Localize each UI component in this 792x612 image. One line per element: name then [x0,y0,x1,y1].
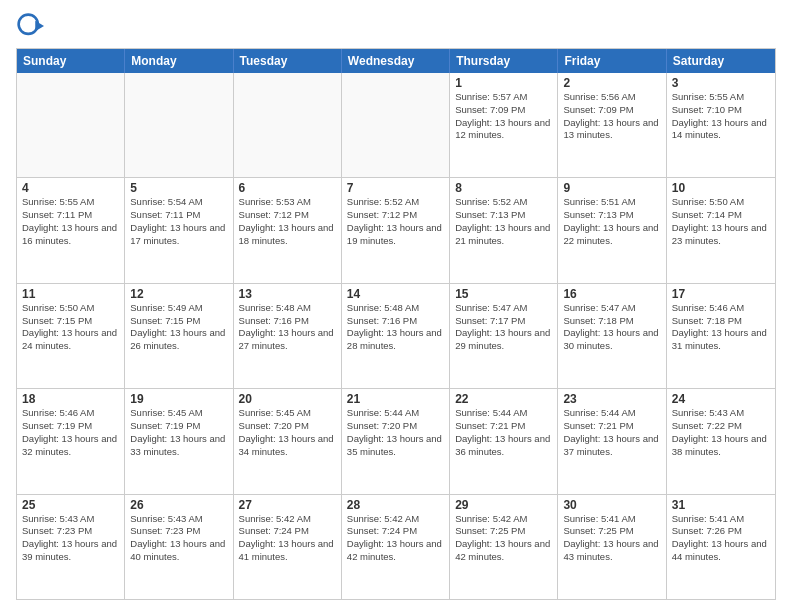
calendar-cell: 24Sunrise: 5:43 AMSunset: 7:22 PMDayligh… [667,389,775,493]
day-number: 10 [672,181,770,195]
calendar-week-1: 1Sunrise: 5:57 AMSunset: 7:09 PMDaylight… [17,73,775,177]
calendar-cell: 21Sunrise: 5:44 AMSunset: 7:20 PMDayligh… [342,389,450,493]
calendar-week-2: 4Sunrise: 5:55 AMSunset: 7:11 PMDaylight… [17,177,775,282]
logo-icon [16,12,44,40]
day-number: 12 [130,287,227,301]
day-info: Sunrise: 5:42 AMSunset: 7:24 PMDaylight:… [347,513,444,564]
calendar-body: 1Sunrise: 5:57 AMSunset: 7:09 PMDaylight… [17,73,775,599]
calendar-cell: 6Sunrise: 5:53 AMSunset: 7:12 PMDaylight… [234,178,342,282]
header-day-tuesday: Tuesday [234,49,342,73]
day-number: 28 [347,498,444,512]
calendar-cell: 7Sunrise: 5:52 AMSunset: 7:12 PMDaylight… [342,178,450,282]
calendar-cell: 12Sunrise: 5:49 AMSunset: 7:15 PMDayligh… [125,284,233,388]
day-info: Sunrise: 5:44 AMSunset: 7:21 PMDaylight:… [563,407,660,458]
day-info: Sunrise: 5:48 AMSunset: 7:16 PMDaylight:… [347,302,444,353]
day-info: Sunrise: 5:46 AMSunset: 7:18 PMDaylight:… [672,302,770,353]
svg-marker-1 [35,21,44,32]
day-number: 29 [455,498,552,512]
day-number: 16 [563,287,660,301]
calendar-cell: 25Sunrise: 5:43 AMSunset: 7:23 PMDayligh… [17,495,125,599]
calendar-cell: 30Sunrise: 5:41 AMSunset: 7:25 PMDayligh… [558,495,666,599]
day-number: 5 [130,181,227,195]
day-info: Sunrise: 5:47 AMSunset: 7:17 PMDaylight:… [455,302,552,353]
day-number: 22 [455,392,552,406]
day-info: Sunrise: 5:54 AMSunset: 7:11 PMDaylight:… [130,196,227,247]
day-number: 18 [22,392,119,406]
calendar-cell: 23Sunrise: 5:44 AMSunset: 7:21 PMDayligh… [558,389,666,493]
day-info: Sunrise: 5:43 AMSunset: 7:23 PMDaylight:… [130,513,227,564]
calendar-cell: 18Sunrise: 5:46 AMSunset: 7:19 PMDayligh… [17,389,125,493]
day-info: Sunrise: 5:43 AMSunset: 7:22 PMDaylight:… [672,407,770,458]
day-info: Sunrise: 5:53 AMSunset: 7:12 PMDaylight:… [239,196,336,247]
day-number: 2 [563,76,660,90]
day-number: 13 [239,287,336,301]
calendar-cell: 5Sunrise: 5:54 AMSunset: 7:11 PMDaylight… [125,178,233,282]
calendar-cell: 17Sunrise: 5:46 AMSunset: 7:18 PMDayligh… [667,284,775,388]
calendar-cell: 2Sunrise: 5:56 AMSunset: 7:09 PMDaylight… [558,73,666,177]
day-info: Sunrise: 5:42 AMSunset: 7:24 PMDaylight:… [239,513,336,564]
page: SundayMondayTuesdayWednesdayThursdayFrid… [0,0,792,612]
calendar-cell: 31Sunrise: 5:41 AMSunset: 7:26 PMDayligh… [667,495,775,599]
header-day-monday: Monday [125,49,233,73]
header-day-sunday: Sunday [17,49,125,73]
calendar-cell: 27Sunrise: 5:42 AMSunset: 7:24 PMDayligh… [234,495,342,599]
header-day-saturday: Saturday [667,49,775,73]
day-info: Sunrise: 5:50 AMSunset: 7:15 PMDaylight:… [22,302,119,353]
day-number: 4 [22,181,119,195]
day-number: 17 [672,287,770,301]
day-number: 19 [130,392,227,406]
calendar-cell: 22Sunrise: 5:44 AMSunset: 7:21 PMDayligh… [450,389,558,493]
day-number: 15 [455,287,552,301]
header [16,12,776,40]
calendar-cell [17,73,125,177]
day-info: Sunrise: 5:43 AMSunset: 7:23 PMDaylight:… [22,513,119,564]
calendar-cell: 14Sunrise: 5:48 AMSunset: 7:16 PMDayligh… [342,284,450,388]
calendar-cell [342,73,450,177]
calendar-cell [125,73,233,177]
calendar-cell: 20Sunrise: 5:45 AMSunset: 7:20 PMDayligh… [234,389,342,493]
day-number: 9 [563,181,660,195]
calendar-week-4: 18Sunrise: 5:46 AMSunset: 7:19 PMDayligh… [17,388,775,493]
calendar: SundayMondayTuesdayWednesdayThursdayFrid… [16,48,776,600]
day-info: Sunrise: 5:55 AMSunset: 7:11 PMDaylight:… [22,196,119,247]
calendar-cell: 15Sunrise: 5:47 AMSunset: 7:17 PMDayligh… [450,284,558,388]
svg-point-0 [19,15,38,34]
day-info: Sunrise: 5:45 AMSunset: 7:19 PMDaylight:… [130,407,227,458]
header-day-friday: Friday [558,49,666,73]
calendar-header: SundayMondayTuesdayWednesdayThursdayFrid… [17,49,775,73]
day-info: Sunrise: 5:44 AMSunset: 7:21 PMDaylight:… [455,407,552,458]
day-number: 20 [239,392,336,406]
day-number: 25 [22,498,119,512]
day-info: Sunrise: 5:52 AMSunset: 7:12 PMDaylight:… [347,196,444,247]
day-number: 27 [239,498,336,512]
day-number: 30 [563,498,660,512]
calendar-cell [234,73,342,177]
day-number: 3 [672,76,770,90]
calendar-cell: 8Sunrise: 5:52 AMSunset: 7:13 PMDaylight… [450,178,558,282]
day-info: Sunrise: 5:55 AMSunset: 7:10 PMDaylight:… [672,91,770,142]
day-number: 26 [130,498,227,512]
day-number: 21 [347,392,444,406]
day-info: Sunrise: 5:49 AMSunset: 7:15 PMDaylight:… [130,302,227,353]
calendar-week-3: 11Sunrise: 5:50 AMSunset: 7:15 PMDayligh… [17,283,775,388]
day-info: Sunrise: 5:47 AMSunset: 7:18 PMDaylight:… [563,302,660,353]
calendar-cell: 11Sunrise: 5:50 AMSunset: 7:15 PMDayligh… [17,284,125,388]
day-number: 11 [22,287,119,301]
calendar-cell: 19Sunrise: 5:45 AMSunset: 7:19 PMDayligh… [125,389,233,493]
logo [16,12,48,40]
calendar-cell: 13Sunrise: 5:48 AMSunset: 7:16 PMDayligh… [234,284,342,388]
day-info: Sunrise: 5:48 AMSunset: 7:16 PMDaylight:… [239,302,336,353]
day-number: 7 [347,181,444,195]
day-info: Sunrise: 5:52 AMSunset: 7:13 PMDaylight:… [455,196,552,247]
calendar-cell: 29Sunrise: 5:42 AMSunset: 7:25 PMDayligh… [450,495,558,599]
day-info: Sunrise: 5:50 AMSunset: 7:14 PMDaylight:… [672,196,770,247]
day-number: 8 [455,181,552,195]
calendar-cell: 28Sunrise: 5:42 AMSunset: 7:24 PMDayligh… [342,495,450,599]
calendar-cell: 16Sunrise: 5:47 AMSunset: 7:18 PMDayligh… [558,284,666,388]
day-info: Sunrise: 5:44 AMSunset: 7:20 PMDaylight:… [347,407,444,458]
calendar-cell: 4Sunrise: 5:55 AMSunset: 7:11 PMDaylight… [17,178,125,282]
day-number: 24 [672,392,770,406]
day-info: Sunrise: 5:41 AMSunset: 7:25 PMDaylight:… [563,513,660,564]
calendar-cell: 26Sunrise: 5:43 AMSunset: 7:23 PMDayligh… [125,495,233,599]
day-number: 1 [455,76,552,90]
